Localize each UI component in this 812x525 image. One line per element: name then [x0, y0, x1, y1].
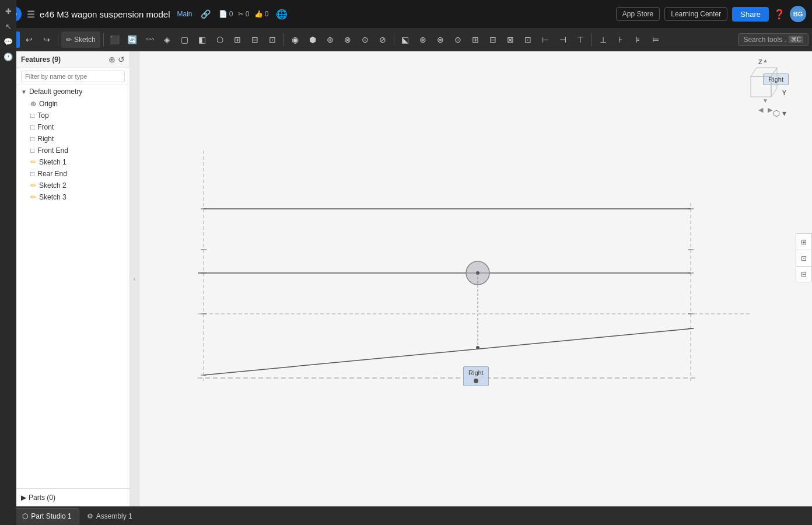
tree-item-rearend[interactable]: □ Rear End [16, 168, 130, 180]
tool16[interactable]: ⊘ [374, 32, 391, 48]
tool7[interactable]: ⬡ [212, 32, 228, 48]
tool5[interactable]: ▢ [177, 32, 193, 48]
tool23[interactable]: ⊠ [502, 32, 519, 48]
tool30[interactable]: ⊧ [630, 32, 646, 48]
front-icon: □ [30, 123, 34, 131]
down-arrow-icon[interactable]: ▼ [762, 97, 768, 104]
default-geometry-section[interactable]: ▼ Default geometry [16, 85, 130, 98]
frontEnd-label: Front End [37, 146, 68, 155]
sketch3-label: Sketch 3 [39, 193, 66, 201]
tool-icon[interactable]: ✚ [2, 5, 15, 18]
cursor-icon[interactable]: ↖ [2, 20, 15, 33]
bottom-tabs: + ⬡ Part Studio 1 ⚙ Assembly 1 [0, 506, 812, 525]
tool6[interactable]: ◧ [194, 32, 211, 48]
redo-btn[interactable]: ↪ [38, 32, 55, 48]
tree-item-front[interactable]: □ Front [16, 121, 130, 133]
hamburger-icon[interactable]: ☰ [27, 9, 35, 20]
help-icon[interactable]: ❓ [774, 9, 785, 20]
filter-input[interactable] [21, 71, 125, 82]
tree-item-sketch1[interactable]: ✏ Sketch 1 [16, 156, 130, 168]
sketch2-icon: ✏ [30, 181, 36, 190]
tool20[interactable]: ⊝ [450, 32, 466, 48]
tree-item-sketch2[interactable]: ✏ Sketch 2 [16, 180, 130, 191]
tree-item-frontend[interactable]: □ Front End [16, 145, 130, 156]
tool14[interactable]: ⊗ [340, 32, 356, 48]
rt-tool-2[interactable]: ⊡ [796, 250, 812, 266]
divider-1 [58, 33, 58, 46]
parts-title: Parts (0) [29, 494, 55, 502]
tool15[interactable]: ⊙ [357, 32, 373, 48]
tool21[interactable]: ⊞ [467, 32, 484, 48]
cube-right-chevron[interactable]: ▶ [768, 106, 772, 114]
chevron-right-icon: ▶ [21, 494, 26, 502]
tool19[interactable]: ⊜ [432, 32, 449, 48]
tool17[interactable]: ⬕ [397, 32, 414, 48]
tree-item-right[interactable]: □ Right [16, 133, 130, 145]
sketch-btn[interactable]: ✏ Sketch [61, 32, 100, 48]
tool11[interactable]: ◉ [287, 32, 303, 48]
tree-item-origin[interactable]: ⊕ Origin [16, 98, 130, 110]
search-tools[interactable]: Search tools . ⌘C [738, 33, 808, 46]
sidebar-footer: ▶ Parts (0) [16, 488, 130, 506]
tool24[interactable]: ⊡ [520, 32, 536, 48]
chevron-down-icon: ▼ [21, 89, 27, 95]
user-avatar[interactable]: BG [790, 6, 806, 22]
tool18[interactable]: ⊛ [415, 32, 431, 48]
history-icon[interactable]: 🕐 [2, 50, 15, 63]
sketch2-label: Sketch 2 [39, 181, 66, 190]
rt-tool-1[interactable]: ⊞ [796, 233, 812, 250]
app-store-button[interactable]: App Store [616, 7, 660, 21]
tool9[interactable]: ⊟ [247, 32, 263, 48]
tree-item-top[interactable]: □ Top [16, 110, 130, 121]
tool29[interactable]: ⊦ [612, 32, 629, 48]
part-studio-icon: ⬡ [22, 512, 28, 520]
tool25[interactable]: ⊢ [537, 32, 554, 48]
diag-point [476, 346, 480, 349]
tool13[interactable]: ⊕ [322, 32, 338, 48]
tool27[interactable]: ⊤ [572, 32, 589, 48]
sweep-btn[interactable]: 〰 [142, 32, 158, 48]
right-label-popup[interactable]: Right [463, 366, 489, 386]
tab-assembly[interactable]: ⚙ Assembly 1 [79, 508, 140, 524]
parts-section[interactable]: ▶ Parts (0) [16, 491, 130, 504]
tree-item-sketch3[interactable]: ✏ Sketch 3 [16, 191, 130, 203]
canvas[interactable]: Right Z Y Right [139, 51, 812, 506]
tool22[interactable]: ⊟ [485, 32, 501, 48]
extrude-btn[interactable]: ⬛ [107, 32, 123, 48]
drawing-canvas [139, 51, 812, 506]
display-icon[interactable]: ⬡ ▾ [773, 108, 786, 118]
sidebar-add-icon[interactable]: ⊕ [108, 55, 116, 64]
top-icon: □ [30, 111, 34, 120]
right-label: Right [37, 135, 54, 143]
display-options[interactable]: ⬡ ▾ [773, 108, 786, 118]
tool12[interactable]: ⬢ [304, 32, 321, 48]
tool8[interactable]: ⊞ [229, 32, 246, 48]
undo-btn[interactable]: ↩ [21, 32, 37, 48]
file-count: 📄 0 [219, 10, 233, 18]
front-label: Front [37, 123, 54, 131]
learning-center-button[interactable]: Learning Center [664, 7, 727, 21]
tool28[interactable]: ⊥ [595, 32, 611, 48]
collapse-arrow-icon: ‹ [134, 276, 135, 282]
frontEnd-icon: □ [30, 146, 34, 155]
tab-part-studio[interactable]: ⬡ Part Studio 1 [15, 508, 79, 524]
tool10[interactable]: ⊡ [264, 32, 281, 48]
search-tools-label: Search tools . [743, 36, 786, 44]
origin-label: Origin [39, 100, 58, 108]
share-button[interactable]: Share [732, 7, 769, 22]
sidebar-collapse[interactable]: ‹ [130, 51, 139, 506]
tool26[interactable]: ⊣ [555, 32, 571, 48]
branch-tag[interactable]: Main [177, 10, 192, 18]
revolve-btn[interactable]: 🔄 [124, 32, 141, 48]
sidebar-refresh-icon[interactable]: ↺ [118, 55, 125, 64]
link-icon[interactable]: 🔗 [201, 9, 211, 19]
search-shortcut: ⌘C [789, 36, 803, 43]
rt-tool-3[interactable]: ⊟ [796, 266, 812, 282]
tool31[interactable]: ⊨ [648, 32, 664, 48]
cube-container[interactable]: Z Y Right ▲ ▼ [742, 57, 789, 104]
up-arrow-icon[interactable]: ▲ [762, 57, 768, 64]
comment-icon[interactable]: 💬 [2, 35, 15, 48]
cube-left-chevron[interactable]: ◀ [758, 106, 763, 114]
globe-icon[interactable]: 🌐 [276, 9, 288, 20]
loft-btn[interactable]: ◈ [159, 32, 176, 48]
